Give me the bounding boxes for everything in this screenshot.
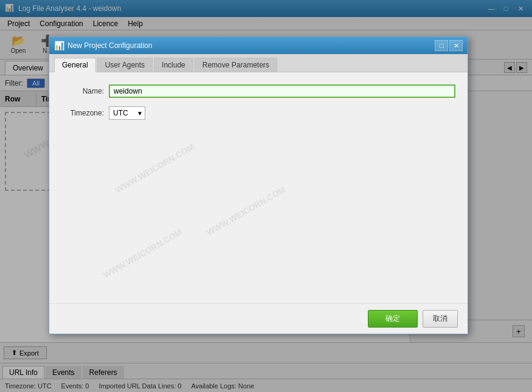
name-input[interactable] xyxy=(109,84,455,98)
timezone-select[interactable]: UTC GMT EST PST CET xyxy=(109,106,145,120)
timezone-label: Timezone: xyxy=(61,109,104,117)
dialog-title-buttons: □ ✕ xyxy=(435,40,463,51)
modal-overlay: 📊 New Project Configuration □ ✕ General … xyxy=(0,0,532,392)
dialog-title: New Project Configuration xyxy=(67,41,435,50)
dialog-tab-remove-parameters[interactable]: Remove Parameters xyxy=(195,58,277,72)
dialog-close-button[interactable]: ✕ xyxy=(449,40,463,51)
dialog-tabs: General User Agents Include Remove Param… xyxy=(49,54,468,72)
dialog-watermark-2: WWW.WEICORN.COM xyxy=(205,184,287,237)
dialog-footer: 确定 取消 xyxy=(49,303,468,334)
dialog-watermark-3: WWW.WEICORN.COM xyxy=(102,227,184,280)
dialog-body: Name: Timezone: UTC GMT EST PST CET ▼ xyxy=(49,72,468,303)
dialog-watermark-1: WWW.WEICORN.COM xyxy=(114,142,196,194)
name-label: Name: xyxy=(61,87,104,95)
dialog-ok-button[interactable]: 确定 xyxy=(368,310,418,328)
dialog-maximize-button[interactable]: □ xyxy=(435,40,448,51)
dialog-tab-user-agents[interactable]: User Agents xyxy=(97,58,153,72)
dialog-tab-include[interactable]: Include xyxy=(154,58,193,72)
dialog-icon: 📊 xyxy=(54,41,64,50)
name-row: Name: xyxy=(61,84,455,98)
timezone-row: Timezone: UTC GMT EST PST CET ▼ xyxy=(61,106,455,120)
dialog-title-bar: 📊 New Project Configuration □ ✕ xyxy=(49,37,468,54)
dialog: 📊 New Project Configuration □ ✕ General … xyxy=(49,36,468,334)
dialog-tab-general[interactable]: General xyxy=(54,58,96,72)
timezone-select-wrapper: UTC GMT EST PST CET ▼ xyxy=(109,106,145,120)
dialog-cancel-button[interactable]: 取消 xyxy=(423,310,458,328)
